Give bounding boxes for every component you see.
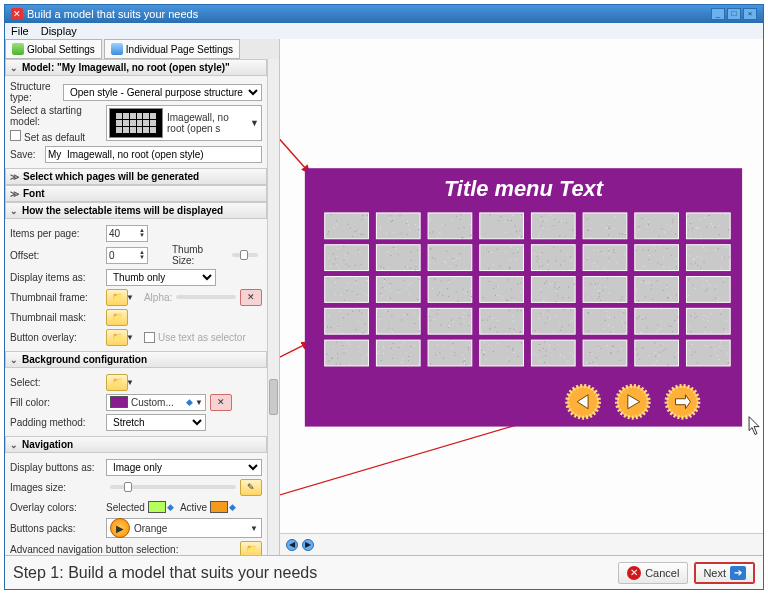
svg-rect-691 [349, 364, 350, 365]
selected-color-chip[interactable] [148, 501, 166, 513]
section-model[interactable]: Model: "My Imagewall, no root (open styl… [5, 59, 267, 76]
svg-rect-570 [438, 311, 439, 312]
section-background[interactable]: Background configuration [5, 351, 267, 368]
svg-rect-679 [347, 342, 348, 343]
svg-rect-657 [720, 314, 721, 315]
overlay-colors-label: Overlay colors: [10, 502, 106, 513]
svg-rect-251 [488, 251, 489, 252]
tab-global-settings[interactable]: Global Settings [5, 39, 102, 59]
save-input[interactable] [45, 146, 262, 163]
svg-rect-546 [392, 331, 393, 332]
preview-prev-button[interactable]: ◀ [286, 539, 298, 551]
svg-rect-840 [717, 355, 718, 356]
svg-rect-652 [642, 317, 643, 318]
panel-scrollbar[interactable] [267, 59, 279, 555]
svg-rect-238 [509, 267, 510, 268]
svg-rect-281 [614, 252, 615, 253]
svg-rect-716 [402, 362, 403, 363]
tab-individual-settings[interactable]: Individual Page Settings [104, 39, 240, 59]
active-color-chip[interactable] [210, 501, 228, 513]
svg-rect-346 [358, 300, 359, 301]
svg-rect-409 [511, 298, 512, 299]
fill-color-clear-button[interactable]: ✕ [210, 394, 232, 411]
svg-rect-234 [456, 258, 457, 259]
button-overlay-button[interactable]: 📁 [106, 329, 128, 346]
display-buttons-select[interactable]: Image only [106, 459, 262, 476]
structure-type-select[interactable]: Open style - General purpose structure [63, 84, 262, 101]
starting-model-select[interactable]: Imagewall, no root (open s ▼ [106, 105, 262, 141]
offset-spinner[interactable]: 0▲▼ [106, 247, 148, 264]
svg-rect-768 [544, 362, 545, 363]
svg-rect-47 [437, 237, 438, 238]
padding-label: Padding method: [10, 417, 106, 428]
thumb-size-slider[interactable] [232, 253, 258, 257]
svg-rect-619 [609, 317, 610, 318]
svg-rect-161 [696, 228, 697, 229]
svg-rect-309 [676, 266, 677, 267]
svg-rect-762 [552, 355, 553, 356]
section-navigation[interactable]: Navigation [5, 436, 267, 453]
images-size-apply-button[interactable]: ✎ [240, 479, 262, 496]
svg-rect-702 [391, 348, 392, 349]
set-default-label: Set as default [24, 132, 85, 143]
svg-rect-313 [648, 259, 649, 260]
svg-rect-567 [451, 320, 452, 321]
svg-rect-18 [347, 224, 348, 225]
svg-rect-31 [407, 234, 408, 235]
svg-rect-21 [360, 234, 361, 235]
svg-rect-789 [596, 364, 597, 365]
svg-rect-244 [497, 249, 498, 250]
svg-rect-353 [331, 278, 332, 279]
svg-rect-696 [340, 363, 341, 364]
padding-select[interactable]: Stretch [106, 414, 206, 431]
minimize-button[interactable]: _ [711, 8, 725, 20]
svg-rect-802 [635, 340, 679, 366]
maximize-button[interactable]: □ [727, 8, 741, 20]
menu-display[interactable]: Display [41, 25, 77, 37]
images-size-slider[interactable] [110, 485, 236, 489]
adv-nav-button[interactable]: 📁 [240, 541, 262, 556]
svg-rect-566 [453, 321, 454, 322]
svg-line-0 [280, 128, 310, 173]
svg-rect-518 [328, 315, 329, 316]
buttons-packs-select[interactable]: ▶ Orange ▼ [106, 518, 262, 538]
svg-rect-756 [508, 346, 509, 347]
svg-rect-743 [513, 352, 514, 353]
svg-rect-835 [719, 347, 720, 348]
svg-rect-731 [438, 353, 439, 354]
svg-rect-738 [443, 345, 444, 346]
step-label: Step 1: Build a model that suits your ne… [13, 564, 317, 582]
svg-rect-541 [378, 333, 379, 334]
thumb-frame-clear-button[interactable]: ✕ [240, 289, 262, 306]
thumb-mask-button[interactable]: 📁 [106, 309, 128, 326]
fill-color-select[interactable]: Custom... ◆▼ [106, 394, 206, 411]
preview-next-button[interactable]: ▶ [302, 539, 314, 551]
svg-rect-52 [460, 219, 461, 220]
thumb-frame-button[interactable]: 📁 [106, 289, 128, 306]
section-font[interactable]: Font [5, 185, 267, 202]
svg-rect-392 [432, 288, 433, 289]
svg-rect-17 [362, 215, 363, 216]
cancel-button[interactable]: ✕ Cancel [618, 562, 688, 584]
svg-rect-406 [521, 292, 522, 293]
next-button[interactable]: Next ➔ [694, 562, 755, 584]
svg-rect-470 [649, 283, 650, 284]
section-pages[interactable]: Select which pages will be generated [5, 168, 267, 185]
svg-rect-748 [508, 358, 509, 359]
svg-rect-463 [594, 287, 595, 288]
items-per-page-spinner[interactable]: 40▲▼ [106, 225, 148, 242]
section-display[interactable]: How the selectable items will be display… [5, 202, 267, 219]
close-button[interactable]: × [743, 8, 757, 20]
display-items-select[interactable]: Thumb only [106, 269, 216, 286]
svg-rect-598 [547, 310, 548, 311]
svg-rect-379 [384, 279, 385, 280]
set-default-checkbox[interactable] [10, 130, 21, 141]
svg-rect-753 [493, 351, 494, 352]
menu-file[interactable]: File [11, 25, 29, 37]
svg-rect-415 [507, 300, 508, 301]
svg-rect-358 [335, 282, 336, 283]
svg-rect-111 [589, 228, 590, 229]
bg-select-button[interactable]: 📁 [106, 374, 128, 391]
svg-rect-569 [459, 318, 460, 319]
svg-rect-706 [392, 358, 393, 359]
